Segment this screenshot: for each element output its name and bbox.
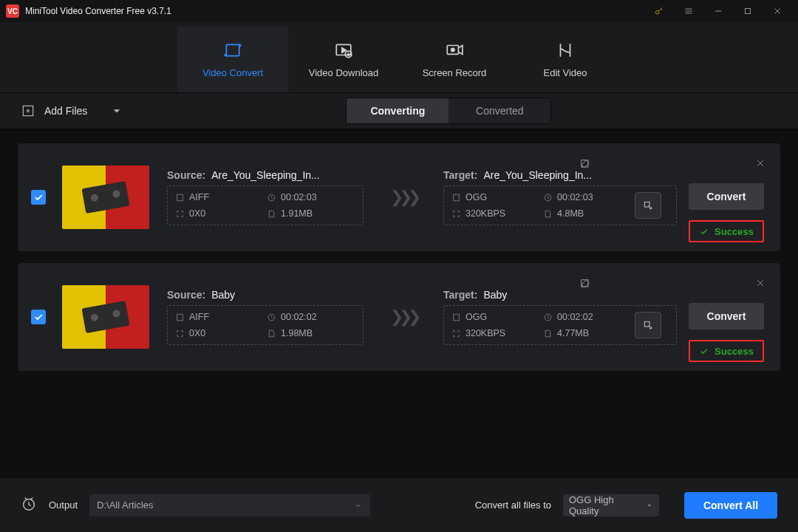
filesize-icon — [543, 329, 553, 338]
source-duration: 00:02:03 — [281, 192, 317, 202]
menu-icon[interactable] — [674, 0, 703, 22]
target-settings-button[interactable] — [635, 312, 661, 338]
source-resolution: 0X0 — [189, 328, 205, 338]
tab-screen-record[interactable]: Screen Record — [399, 27, 510, 92]
chevron-down-icon — [109, 103, 124, 118]
add-files-button[interactable]: Add Files — [21, 103, 124, 118]
check-icon — [699, 227, 709, 236]
main-tabs: Video Convert Video Download Screen Reco… — [0, 22, 798, 93]
status-text: Success — [715, 226, 754, 237]
format-icon — [451, 193, 461, 202]
source-filename: Baby — [211, 289, 235, 301]
filesize-icon — [267, 329, 276, 338]
output-path-value: D:\All Articles — [97, 499, 154, 511]
convert-button[interactable]: Convert — [689, 183, 764, 210]
target-format-value: OGG High Quality — [569, 494, 646, 516]
arrows-icon: ❯❯❯ — [390, 188, 417, 207]
clock-icon — [267, 193, 276, 202]
status-badge: Success — [689, 220, 764, 242]
svg-point-0 — [655, 10, 659, 14]
convert-all-button[interactable]: Convert All — [684, 492, 777, 519]
arrows-icon: ❯❯❯ — [390, 307, 417, 327]
segment-converting[interactable]: Converting — [347, 98, 449, 123]
conversion-row: Source:Are_You_Sleeping_In... AIFF 00:02… — [18, 143, 780, 251]
filesize-icon — [543, 209, 553, 219]
conversion-list: Source:Are_You_Sleeping_In... AIFF 00:02… — [0, 130, 798, 384]
target-format: OGG — [466, 192, 487, 202]
thumbnail — [62, 285, 149, 349]
close-button[interactable] — [763, 0, 792, 22]
resolution-icon — [175, 209, 185, 219]
format-icon — [451, 313, 461, 322]
target-label: Target: — [443, 289, 477, 301]
row-checkbox[interactable] — [31, 310, 46, 324]
remove-row-icon[interactable] — [755, 158, 765, 168]
svg-rect-14 — [177, 314, 183, 321]
upgrade-key-icon[interactable] — [644, 0, 674, 22]
source-filename: Are_You_Sleeping_In... — [211, 169, 320, 181]
target-size: 4.8MB — [557, 208, 584, 219]
status-segment: Converting Converted — [346, 98, 551, 124]
clock-icon — [543, 313, 553, 322]
source-format: AIFF — [189, 192, 209, 202]
clock-icon — [267, 313, 276, 322]
schedule-icon[interactable] — [21, 496, 37, 515]
source-block: Source:Are_You_Sleeping_In... AIFF 00:02… — [167, 169, 364, 225]
svg-rect-8 — [177, 194, 183, 201]
target-bitrate: 320KBPS — [466, 328, 505, 338]
svg-rect-2 — [226, 44, 239, 55]
segment-converted[interactable]: Converted — [449, 98, 550, 123]
output-path-select[interactable]: D:\All Articles — [89, 494, 370, 516]
target-duration: 00:02:02 — [557, 312, 593, 322]
edit-target-icon[interactable] — [579, 278, 591, 290]
chevron-down-icon — [646, 502, 653, 509]
tab-video-download[interactable]: Video Download — [288, 27, 399, 92]
thumbnail — [62, 166, 149, 229]
edit-target-icon[interactable] — [579, 158, 591, 170]
source-size: 1.98MB — [281, 328, 313, 338]
conversion-row: Source:Baby AIFF 00:02:02 0X0 1.98MB ❯❯❯… — [18, 263, 780, 371]
minimize-button[interactable] — [703, 0, 733, 22]
tab-edit-video[interactable]: Edit Video — [510, 27, 621, 92]
status-badge: Success — [689, 340, 764, 362]
maximize-button[interactable] — [733, 0, 763, 22]
target-settings-button[interactable] — [635, 192, 661, 219]
footer: Output D:\All Articles Convert all files… — [0, 477, 798, 532]
source-size: 1.91MB — [281, 208, 313, 219]
clock-icon — [543, 193, 553, 202]
chevron-down-icon — [354, 501, 363, 510]
bitrate-icon — [451, 329, 461, 338]
remove-row-icon[interactable] — [755, 278, 765, 288]
tab-label: Edit Video — [543, 67, 587, 78]
target-label: Target: — [443, 169, 477, 181]
svg-rect-10 — [454, 194, 460, 201]
app-logo-icon: VC — [6, 4, 19, 18]
output-label: Output — [49, 499, 78, 511]
svg-rect-1 — [746, 9, 751, 14]
target-format: OGG — [466, 312, 487, 322]
source-label: Source: — [167, 289, 205, 301]
target-format-select[interactable]: OGG High Quality — [563, 494, 659, 516]
target-block: Target:Baby OGG 00:02:02 320KBPS 4.77MB — [443, 289, 677, 345]
bitrate-icon — [451, 209, 461, 219]
row-checkbox[interactable] — [31, 190, 46, 205]
tab-video-convert[interactable]: Video Convert — [177, 27, 288, 92]
filesize-icon — [267, 209, 276, 219]
convert-all-label: Convert all files to — [475, 499, 551, 511]
tab-label: Screen Record — [423, 67, 487, 78]
app-title: MiniTool Video Converter Free v3.7.1 — [25, 6, 171, 16]
add-files-label: Add Files — [44, 105, 87, 117]
target-filename: Baby — [483, 289, 507, 301]
tab-label: Video Download — [309, 67, 378, 78]
status-text: Success — [715, 346, 754, 357]
toolbar: Add Files Converting Converted — [0, 93, 798, 130]
source-block: Source:Baby AIFF 00:02:02 0X0 1.98MB — [167, 289, 364, 345]
svg-point-6 — [451, 48, 454, 51]
convert-button[interactable]: Convert — [689, 303, 764, 330]
format-icon — [175, 313, 185, 322]
tab-label: Video Convert — [202, 67, 263, 78]
target-bitrate: 320KBPS — [466, 208, 505, 219]
source-format: AIFF — [189, 312, 209, 322]
format-icon — [175, 193, 185, 202]
titlebar: VC MiniTool Video Converter Free v3.7.1 — [0, 0, 798, 22]
